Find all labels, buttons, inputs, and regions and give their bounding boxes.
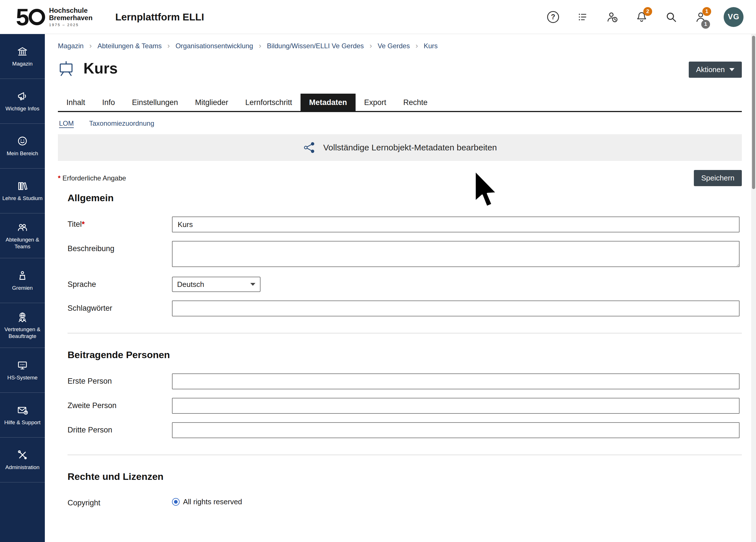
required-note: * Erforderliche Angabe (58, 174, 126, 182)
aktionen-button[interactable]: Aktionen (689, 62, 742, 78)
titel-label: Titel* (68, 217, 172, 229)
breadcrumb: Magazin › Abteilungen & Teams › Organisa… (58, 34, 742, 50)
erste-person-label: Erste Person (68, 373, 172, 386)
breadcrumb-item[interactable]: Organisationsentwicklung (175, 42, 253, 50)
header-icons: ? (547, 7, 744, 27)
contacts-icon[interactable]: 1 1 (694, 10, 707, 24)
logo-text: Hochschule Bremerhaven 1975 – 2025 (49, 7, 93, 27)
beschreibung-label: Beschreibung (68, 241, 172, 253)
sidebar-item-label: Magazin (12, 60, 33, 67)
banner-text: Vollständige Lernobjekt-Metadaten bearbe… (323, 143, 497, 152)
sidebar-item-label: Hilfe & Support (4, 419, 41, 426)
zweite-person-input[interactable] (172, 398, 740, 414)
help-icon[interactable]: ? (547, 10, 560, 24)
monitor-icon (16, 359, 28, 371)
breadcrumb-item[interactable]: Abteilungen & Teams (97, 42, 161, 50)
tab-inhalt[interactable]: Inhalt (58, 94, 94, 111)
list-icon[interactable] (576, 10, 589, 24)
sidebar-item-mein-bereich[interactable]: Mein Bereich (0, 124, 45, 169)
subtab-bar: LOM Taxonomiezuordnung (58, 112, 742, 134)
tab-einstellungen[interactable]: Einstellungen (123, 94, 186, 111)
zweite-person-label: Zweite Person (68, 398, 172, 410)
bank-icon (16, 45, 28, 57)
schlagwoerter-input[interactable] (172, 301, 740, 316)
subtab-lom[interactable]: LOM (59, 119, 74, 127)
podium-icon (16, 270, 28, 281)
tools-icon (16, 449, 28, 461)
copyright-option-label: All rights reserved (183, 497, 242, 506)
search-icon[interactable] (665, 10, 678, 24)
bell-badge: 2 (643, 7, 652, 16)
sidebar-item-magazin[interactable]: Magazin (0, 34, 45, 79)
avatar[interactable]: VG (724, 7, 744, 27)
sidebar-item-abteilungen-teams[interactable]: Abteilungen & Teams (0, 213, 45, 258)
tab-lernfortschritt[interactable]: Lernfortschritt (237, 94, 301, 111)
form-row-sprache: Sprache Deutsch (68, 277, 742, 292)
form-row-titel: Titel* (68, 217, 742, 232)
sidebar-item-lehre-studium[interactable]: Lehre & Studium (0, 169, 45, 213)
sprache-select[interactable]: Deutsch (172, 277, 261, 292)
section-heading-allgemein: Allgemein (68, 192, 742, 203)
breadcrumb-item[interactable]: Magazin (58, 42, 84, 50)
chevron-down-icon (250, 283, 255, 286)
tab-export[interactable]: Export (356, 94, 395, 111)
sidebar-item-gremien[interactable]: Gremien (0, 258, 45, 303)
sidebar-item-hs-systeme[interactable]: HS-Systeme (0, 348, 45, 393)
hsb-logo[interactable]: 5 Hochschule Bremerhaven 1975 – 2025 (16, 5, 93, 29)
save-button[interactable]: Speichern (694, 170, 742, 186)
section-heading-beitragende: Beitragende Personen (68, 349, 742, 360)
copyright-radio-row: All rights reserved (172, 495, 740, 506)
tab-rechte[interactable]: Rechte (395, 94, 436, 111)
smiley-icon (16, 135, 28, 147)
globe-people-icon (16, 311, 28, 323)
page-title: Kurs (83, 60, 118, 77)
section-heading-rechte: Rechte und Lizenzen (68, 471, 742, 482)
sidebar-item-wichtige-infos[interactable]: Wichtige Infos (0, 79, 45, 124)
section-divider (68, 333, 742, 333)
chevron-right-icon: › (369, 41, 372, 50)
scrollbar-track[interactable] (751, 34, 756, 542)
mail-question-icon (16, 404, 28, 416)
logo-50-five: 5 (16, 5, 28, 29)
form-row-erste-person: Erste Person (68, 373, 742, 389)
tab-info[interactable]: Info (94, 94, 123, 111)
breadcrumb-item[interactable]: Ve Gerdes (378, 42, 410, 50)
scrollbar-thumb[interactable] (752, 36, 755, 189)
dritte-person-input[interactable] (172, 422, 740, 438)
sidebar-item-administration[interactable]: Administration (0, 438, 45, 482)
main-content: Magazin › Abteilungen & Teams › Organisa… (45, 34, 756, 542)
aktionen-label: Aktionen (696, 65, 725, 74)
logo-line1: Hochschule (49, 7, 93, 14)
sidebar-item-vertretungen[interactable]: Vertretungen & Beauftragte (0, 303, 45, 348)
title-row: Kurs Aktionen (58, 59, 742, 78)
breadcrumb-item[interactable]: Kurs (424, 42, 438, 50)
radio-selected-icon[interactable] (172, 498, 180, 506)
sidebar-item-hilfe-support[interactable]: Hilfe & Support (0, 393, 45, 438)
subtab-taxonomiezuordnung[interactable]: Taxonomiezuordnung (89, 119, 154, 127)
breadcrumb-item[interactable]: Bildung/Wissen/ELLI Ve Gerdes (267, 42, 364, 50)
section-divider (68, 455, 742, 455)
app-title: Lernplattform ELLI (115, 11, 204, 23)
user-clock-icon[interactable] (606, 10, 619, 24)
form-row-beschreibung: Beschreibung (68, 241, 742, 268)
bell-icon[interactable]: 2 (635, 10, 648, 24)
chevron-right-icon: › (259, 41, 261, 50)
caret-down-icon (729, 68, 734, 71)
titel-input[interactable] (172, 217, 740, 232)
tab-mitglieder[interactable]: Mitglieder (186, 94, 237, 111)
sidebar-item-label: Abteilungen & Teams (2, 236, 43, 250)
edit-metadata-banner[interactable]: Vollständige Lernobjekt-Metadaten bearbe… (58, 134, 742, 161)
help-circle: ? (547, 11, 559, 23)
erste-person-input[interactable] (172, 373, 740, 389)
logo-50-ring-icon (29, 9, 45, 25)
megaphone-icon (16, 90, 28, 102)
beschreibung-textarea[interactable] (172, 241, 740, 267)
sidebar-item-label: Wichtige Infos (5, 105, 39, 112)
required-asterisk: * (58, 174, 60, 182)
copyright-label: Copyright (68, 495, 172, 507)
chevron-right-icon: › (89, 41, 92, 50)
tab-bar: Inhalt Info Einstellungen Mitglieder Ler… (58, 94, 742, 112)
save-label: Speichern (701, 174, 734, 182)
tab-metadaten[interactable]: Metadaten (301, 94, 356, 111)
chevron-right-icon: › (415, 41, 418, 50)
